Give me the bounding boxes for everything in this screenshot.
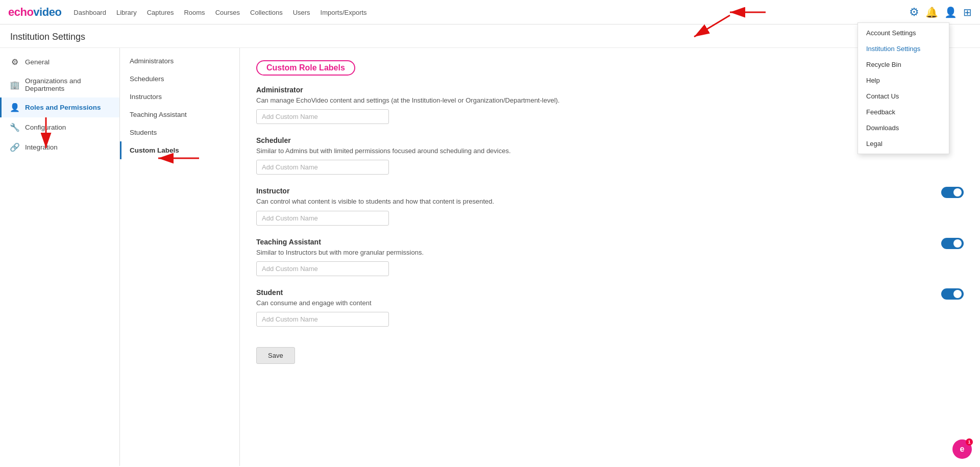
role-title-instructor: Instructor [256,187,494,195]
custom-name-ta[interactable] [256,261,389,276]
dropdown-help[interactable]: Help [858,72,949,88]
nav-dashboard[interactable]: Dashboard [74,9,106,16]
logo-echo: echo [8,6,33,19]
role-name-instructor: Instructor [256,187,289,195]
role-desc-instructor: Can control what content is visible to s… [256,197,494,206]
nav-rooms[interactable]: Rooms [184,9,205,16]
dropdown-downloads[interactable]: Downloads [858,120,949,136]
custom-name-scheduler[interactable] [256,160,389,175]
ta-toggle[interactable] [941,238,964,249]
instructor-row: Instructor Can control what content is v… [256,187,964,225]
integration-icon: 🔗 [10,142,20,152]
sidebar-label-orgs: Organizations and Departments [25,77,111,92]
dropdown-institution-settings[interactable]: Institution Settings [858,41,949,57]
ta-row: Teaching Assistant Similar to Instructor… [256,238,964,276]
section-title: Custom Role Labels [266,63,345,72]
instructor-toggle-slider [941,187,964,198]
instructor-left: Instructor Can control what content is v… [256,187,494,225]
sidebar-left: ⚙ General 🏢 Organizations and Department… [0,48,120,466]
ta-toggle-col [941,238,964,249]
submenu-schedulers[interactable]: Schedulers [120,70,239,88]
nav-collections[interactable]: Collections [250,9,283,16]
submenu-custom-labels[interactable]: Custom Labels [120,141,239,159]
role-name-administrator: Administrator [256,86,303,94]
nav-courses[interactable]: Courses [215,9,240,16]
role-desc-student: Can consume and engage with content [256,299,389,308]
dropdown-legal[interactable]: Legal [858,136,949,152]
sidebar-label-roles: Roles and Permissions [25,104,101,111]
role-name-student: Student [256,288,283,297]
role-instructor: Instructor Can control what content is v… [256,187,964,225]
sidebar-item-general[interactable]: ⚙ General [0,52,119,72]
role-teaching-assistant: Teaching Assistant Similar to Instructor… [256,238,964,276]
dropdown-contact-us[interactable]: Contact Us [858,88,949,104]
top-nav: echovideo Dashboard Library Captures Roo… [0,0,980,24]
badge-notification: 1 [966,438,973,446]
submenu-teaching-assistant[interactable]: Teaching Assistant [120,106,239,124]
role-desc-ta: Similar to Instructors but with more gra… [256,248,424,257]
custom-name-instructor[interactable] [256,211,389,226]
submenu-instructors[interactable]: Instructors [120,88,239,106]
help-badge[interactable]: e 1 [952,439,972,459]
student-toggle-slider [941,288,964,300]
sidebar-label-general: General [25,58,50,66]
role-title-student: Student [256,288,389,297]
dropdown-feedback[interactable]: Feedback [858,104,949,120]
sidebar-item-config[interactable]: 🔧 Configuration [0,117,119,137]
dropdown-account-settings[interactable]: Account Settings [858,25,949,41]
page-title: Institution Settings [0,24,980,48]
roles-icon: 👤 [10,103,20,112]
dropdown-recycle-bin[interactable]: Recycle Bin [858,57,949,72]
config-icon: 🔧 [10,122,20,132]
save-button[interactable]: Save [256,347,295,364]
general-icon: ⚙ [10,57,20,67]
ta-left: Teaching Assistant Similar to Instructor… [256,238,424,276]
nav-right: ⚙ 🔔 👤 ⊞ [909,6,972,19]
instructor-toggle[interactable] [941,187,964,198]
sidebar-item-orgs[interactable]: 🏢 Organizations and Departments [0,72,119,97]
nav-captures[interactable]: Captures [147,9,174,16]
notifications-icon-btn[interactable]: 🔔 [925,6,938,18]
sidebar-middle: Administrators Schedulers Instructors Te… [120,48,240,466]
student-left: Student Can consume and engage with cont… [256,288,389,327]
user-icon-btn[interactable]: 👤 [944,6,957,18]
instructor-toggle-col [941,187,964,198]
sidebar-item-roles[interactable]: 👤 Roles and Permissions [0,97,119,117]
custom-name-student[interactable] [256,312,389,327]
nav-users[interactable]: Users [293,9,310,16]
sidebar-label-integration: Integration [25,143,58,151]
role-name-ta: Teaching Assistant [256,238,321,246]
nav-links: Dashboard Library Captures Rooms Courses… [74,8,909,16]
student-toggle-col [941,288,964,300]
settings-icon-btn[interactable]: ⚙ [909,6,919,19]
student-row: Student Can consume and engage with cont… [256,288,964,327]
custom-name-administrator[interactable] [256,109,389,124]
nav-imports-exports[interactable]: Imports/Exports [321,9,367,16]
logo: echovideo [8,6,61,19]
role-student: Student Can consume and engage with cont… [256,288,964,327]
main-layout: ⚙ General 🏢 Organizations and Department… [0,48,980,466]
student-toggle[interactable] [941,288,964,300]
sidebar-item-integration[interactable]: 🔗 Integration [0,137,119,157]
settings-dropdown: Account Settings Institution Settings Re… [857,22,949,154]
grid-icon-btn[interactable]: ⊞ [963,6,972,18]
role-title-ta: Teaching Assistant [256,238,424,246]
submenu-students[interactable]: Students [120,124,239,141]
logo-video: video [33,6,61,19]
submenu-administrators[interactable]: Administrators [120,52,239,70]
section-title-badge: Custom Role Labels [256,60,355,76]
sidebar-label-config: Configuration [25,124,66,131]
nav-library[interactable]: Library [116,9,137,16]
orgs-icon: 🏢 [10,80,20,90]
role-name-scheduler: Scheduler [256,136,291,144]
ta-toggle-slider [941,238,964,249]
